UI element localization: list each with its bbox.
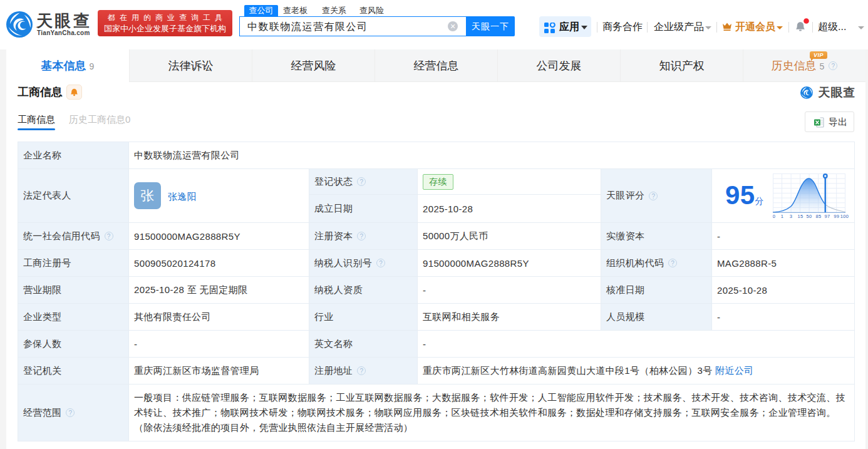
svg-text:50: 50 — [806, 214, 812, 219]
svg-text:100: 100 — [840, 214, 849, 219]
svg-text:85: 85 — [815, 214, 821, 219]
svg-text:0: 0 — [773, 214, 775, 219]
svg-text:99: 99 — [834, 214, 839, 219]
svg-text:3: 3 — [790, 214, 793, 219]
svg-text:15: 15 — [797, 214, 803, 219]
svg-text:97: 97 — [824, 214, 830, 219]
svg-text:1: 1 — [781, 214, 784, 219]
